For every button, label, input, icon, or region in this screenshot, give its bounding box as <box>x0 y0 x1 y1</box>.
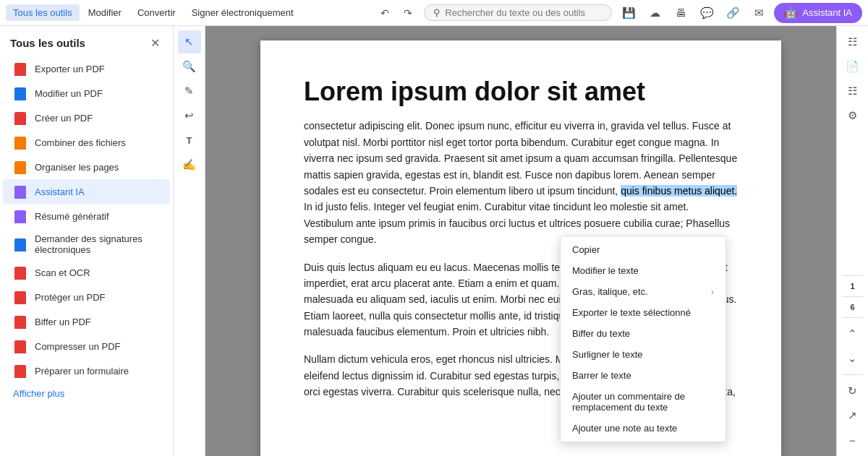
sidebar-item-icon-1 <box>13 86 27 100</box>
sidebar-item-icon-12 <box>13 363 27 378</box>
svg-rect-11 <box>14 340 26 353</box>
ctx-item-Barrer-le-[interactable]: Barrer le texte <box>561 365 726 386</box>
text-tool[interactable]: T <box>178 129 201 152</box>
ctx-item-Ajouter-un[interactable]: Ajouter une note au texte <box>561 418 726 439</box>
sidebar-item-10[interactable]: Biffer un PDF <box>3 309 170 334</box>
ctx-item-Gras,-ital[interactable]: Gras, italique, etc.› <box>561 281 726 302</box>
svg-rect-10 <box>14 316 26 329</box>
sidebar-item-label-4: Organiser les pages <box>35 162 119 173</box>
sidebar: Tous les outils ✕ Exporter un PDFModifie… <box>0 26 174 456</box>
sign-tool[interactable]: ✍ <box>178 153 201 176</box>
ctx-item-label: Ajouter un commentaire de remplacement d… <box>572 391 714 413</box>
panel-icon-1[interactable]: ☷ <box>841 30 864 53</box>
comment-button[interactable]: 💬 <box>696 2 718 24</box>
sidebar-item-5[interactable]: Assistant IA <box>3 179 170 204</box>
svg-rect-4 <box>14 161 26 174</box>
zoom-down-btn[interactable]: ⌄ <box>841 347 864 370</box>
sidebar-item-9[interactable]: Protéger un PDF <box>3 285 170 309</box>
sidebar-item-label-2: Créer un PDF <box>35 113 93 124</box>
ctx-item-label: Gras, italique, etc. <box>572 286 648 297</box>
select-tool[interactable]: ↖ <box>178 30 201 53</box>
sidebar-item-8[interactable]: Scan et OCR <box>3 260 170 285</box>
menu-item-signer-électroniquement[interactable]: Signer électroniquement <box>184 4 301 21</box>
svg-rect-1 <box>14 87 26 100</box>
sidebar-item-label-9: Protéger un PDF <box>35 292 106 303</box>
draw-tool[interactable]: ✎ <box>178 79 201 103</box>
menu-item-tous-les-outils[interactable]: Tous les outils <box>6 4 80 21</box>
right-panel-divider3 <box>843 317 863 318</box>
search-icon: ⚲ <box>433 7 441 18</box>
panel-icon-4[interactable]: ⚙ <box>841 104 864 127</box>
panel-icon-2[interactable]: 📄 <box>841 55 864 78</box>
sidebar-item-7[interactable]: Demander des signatures électroniques <box>3 228 170 260</box>
svg-rect-7 <box>14 238 26 251</box>
ctx-item-Ajouter-un[interactable]: Ajouter un commentaire de remplacement d… <box>561 386 726 418</box>
cloud-button[interactable]: ☁ <box>644 2 665 24</box>
panel-icon-3[interactable]: ☷ <box>841 79 864 103</box>
right-panel-divider <box>843 275 863 276</box>
svg-rect-8 <box>14 267 26 280</box>
sidebar-item-label-12: Préparer un formulaire <box>35 366 129 377</box>
ctx-item-label: Barrer le texte <box>572 370 631 381</box>
menu-item-modifier[interactable]: Modifier <box>81 4 129 21</box>
print-button[interactable]: 🖶 <box>670 2 692 24</box>
sidebar-item-label-7: Demander des signatures électroniques <box>35 233 160 255</box>
pdf-paragraph-1: consectetur adipiscing elit. Donec ipsum… <box>304 118 738 247</box>
ctx-item-label: Modifier le texte <box>572 265 639 276</box>
sidebar-item-label-6: Résumé génératif <box>35 211 109 222</box>
ctx-item-label: Copier <box>572 244 600 255</box>
sidebar-item-12[interactable]: Préparer un formulaire <box>3 358 170 383</box>
ctx-item-Biffer-du-[interactable]: Biffer du texte <box>561 323 726 344</box>
svg-rect-0 <box>14 63 26 76</box>
sidebar-item-1[interactable]: Modifier un PDF <box>3 81 170 106</box>
email-button[interactable]: ✉ <box>748 2 770 24</box>
ctx-item-Exporter-l[interactable]: Exporter le texte sélectionné <box>561 302 726 323</box>
sidebar-item-label-1: Modifier un PDF <box>35 88 103 99</box>
sidebar-item-icon-5 <box>13 184 27 199</box>
share-button[interactable]: 💾 <box>618 2 639 24</box>
sidebar-items: Exporter un PDFModifier un PDFCréer un P… <box>0 56 173 383</box>
link-button[interactable]: 🔗 <box>722 2 744 24</box>
svg-rect-3 <box>14 137 26 150</box>
right-panel: ☷ 📄 ☷ ⚙ 1 6 ⌃ ⌄ ↻ ↗ − <box>836 26 868 456</box>
sidebar-item-4[interactable]: Organiser les pages <box>3 155 170 179</box>
sidebar-item-2[interactable]: Créer un PDF <box>3 106 170 130</box>
undo-button[interactable]: ↶ <box>375 3 395 23</box>
sidebar-item-label-5: Assistant IA <box>35 186 85 197</box>
center-area: ↖ 🔍 ✎ ↩ T ✍ Lorem ipsum dolor sit amet c… <box>174 26 836 456</box>
ctx-item-Copier[interactable]: Copier <box>561 239 726 260</box>
ctx-item-label: Surligner le texte <box>572 349 643 360</box>
menu-item-convertir[interactable]: Convertir <box>130 4 183 21</box>
sidebar-item-icon-8 <box>13 265 27 280</box>
pdf-title: Lorem ipsum dolor sit amet <box>304 77 738 106</box>
close-sidebar-button[interactable]: ✕ <box>147 35 163 51</box>
sidebar-item-icon-7 <box>13 237 27 251</box>
ctx-item-Modifier-l[interactable]: Modifier le texte <box>561 260 726 281</box>
sidebar-item-icon-9 <box>13 290 27 304</box>
toolbar-right: 💾 ☁ 🖶 💬 🔗 ✉ 🤖 Assistant IA <box>618 2 862 24</box>
show-more-link[interactable]: Afficher plus <box>3 383 170 404</box>
sidebar-item-icon-2 <box>13 111 27 125</box>
ctx-item-Surligner-[interactable]: Surligner le texte <box>561 344 726 365</box>
svg-rect-9 <box>14 291 26 304</box>
zoom-up-btn[interactable]: ⌃ <box>841 322 864 345</box>
fit-btn[interactable]: ↗ <box>841 404 864 427</box>
sidebar-item-label-10: Biffer un PDF <box>35 317 91 327</box>
svg-rect-5 <box>14 186 26 199</box>
sidebar-item-icon-3 <box>13 135 27 150</box>
curve-tool[interactable]: ↩ <box>178 104 201 127</box>
sidebar-item-3[interactable]: Combiner des fichiers <box>3 130 170 155</box>
search-bar: ⚲ <box>424 4 612 21</box>
sidebar-item-0[interactable]: Exporter un PDF <box>3 56 170 81</box>
zoom-minus-btn[interactable]: − <box>841 429 864 452</box>
ai-button[interactable]: 🤖 Assistant IA <box>774 3 862 23</box>
zoom-tool[interactable]: 🔍 <box>178 55 201 78</box>
refresh-btn[interactable]: ↻ <box>841 379 864 403</box>
sidebar-item-icon-6 <box>13 209 27 223</box>
context-menu: CopierModifier le texteGras, italique, e… <box>560 236 726 442</box>
sidebar-item-6[interactable]: Résumé génératif <box>3 204 170 228</box>
sidebar-item-11[interactable]: Compresser un PDF <box>3 334 170 358</box>
pdf-area: Lorem ipsum dolor sit amet consectetur a… <box>205 26 836 456</box>
redo-button[interactable]: ↷ <box>398 3 418 23</box>
search-input[interactable] <box>445 7 590 18</box>
